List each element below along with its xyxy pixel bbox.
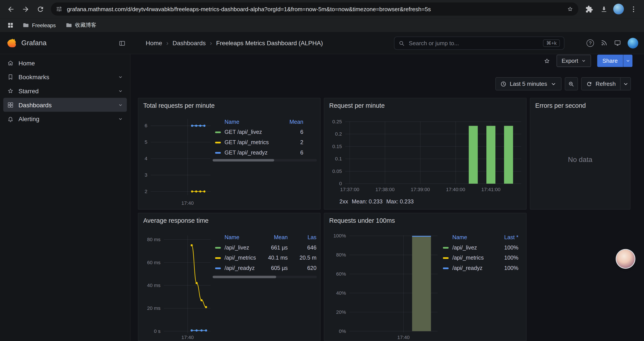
browser-profile-avatar[interactable]	[611, 2, 626, 16]
scrollbar-thumb[interactable]	[212, 276, 276, 278]
grid-icon	[7, 101, 14, 108]
series-point	[204, 125, 206, 127]
bookmark-folder-freeleaps[interactable]: Freeleaps	[19, 20, 60, 31]
legend-header-name[interactable]: Name	[215, 119, 278, 125]
series-point	[195, 190, 197, 193]
legend-row: /api/_metrics100%	[440, 253, 518, 263]
grafana-header: Grafana Home › Dashboards › Freeleaps Me…	[0, 32, 644, 54]
chevron-down-icon[interactable]	[118, 102, 123, 107]
panel-title[interactable]: Average response time	[138, 213, 320, 225]
series-mean-text: 40.1 ms	[268, 255, 288, 261]
sync-icon	[586, 81, 592, 87]
panel-title[interactable]: Request per minute	[324, 98, 526, 110]
series-point	[205, 329, 207, 331]
chevron-down-icon[interactable]	[118, 74, 123, 80]
series-label[interactable]: GET /api/_livez	[215, 129, 278, 135]
reload-button[interactable]	[33, 2, 48, 16]
reload-icon	[36, 5, 44, 13]
sidebar-item-starred[interactable]: Starred	[3, 84, 127, 98]
export-button[interactable]: Export	[556, 55, 591, 67]
bell-icon	[7, 115, 14, 122]
share-menu-caret[interactable]	[623, 55, 632, 67]
sidebar-item-home[interactable]: Home	[3, 56, 127, 70]
tick-label: 20%	[336, 309, 346, 315]
tick-label: 17:40	[182, 335, 194, 340]
panel-title[interactable]: Requests under 100ms	[324, 213, 526, 225]
series-mean: 605 µs	[265, 265, 288, 271]
help-icon[interactable]: ?	[586, 39, 594, 47]
grafana-logo-link[interactable]: Grafana	[6, 32, 46, 54]
zoom-out-button[interactable]	[565, 77, 578, 90]
panel-title[interactable]: Errors per second	[530, 98, 630, 110]
chevron-down-icon[interactable]	[118, 88, 123, 94]
chevron-down-icon[interactable]	[118, 116, 123, 121]
legend-header-name[interactable]: Name	[443, 234, 492, 240]
display-icon[interactable]	[614, 40, 621, 47]
series-max: Max: 0.233	[386, 198, 414, 204]
downloads-icon[interactable]	[596, 2, 611, 16]
series-point	[196, 329, 198, 331]
time-range-picker[interactable]: Last 5 minutes	[496, 77, 562, 90]
tick-label: 4	[145, 156, 148, 161]
series-point	[191, 329, 193, 331]
share-button[interactable]: Share	[597, 55, 623, 67]
dock-menu-icon[interactable]	[116, 37, 128, 49]
legend-header-mean[interactable]: Mean	[278, 119, 303, 125]
series-last: 100%	[492, 255, 518, 261]
series-last-text: 646	[307, 244, 316, 251]
refresh-group: Refresh	[581, 77, 631, 90]
tick-label: 3	[145, 172, 148, 178]
favorite-star-icon[interactable]	[544, 57, 550, 64]
series-label[interactable]: /api/_readyz	[443, 265, 492, 271]
bookmark-star-icon[interactable]	[567, 6, 574, 12]
legend-header-last[interactable]: Last *	[492, 234, 518, 240]
series-label[interactable]: /api/_metrics	[443, 255, 492, 261]
series-point	[204, 190, 206, 193]
breadcrumb-current: Freeleaps Metrics Dashboard (ALPHA)	[216, 40, 323, 47]
scrollbar-thumb[interactable]	[212, 159, 274, 162]
series-label[interactable]: /api/_livez	[215, 244, 265, 251]
sidebar-item-alerting[interactable]: Alerting	[3, 112, 127, 126]
panel-total-requests-per-minute: Total requests per minute 6543217:40 Nam…	[138, 98, 320, 210]
legend-table: NameMeanLas/api/_livez661 µs646/api/_met…	[212, 232, 316, 273]
series-label[interactable]: GET /api/_metrics	[215, 139, 278, 146]
breadcrumb-dashboards[interactable]: Dashboards	[172, 40, 206, 47]
forward-button[interactable]	[18, 2, 33, 16]
series-label[interactable]: /api/_livez	[443, 244, 492, 251]
series-label[interactable]: /api/_metrics	[215, 255, 265, 261]
legend-header-name[interactable]: Name	[215, 234, 265, 240]
url-input[interactable]	[66, 5, 563, 13]
tick-label: 0.25	[332, 119, 342, 124]
address-bar[interactable]	[51, 3, 578, 16]
bar	[469, 126, 478, 184]
bookmarks-bar: Freeleaps 收藏博客	[0, 18, 644, 32]
refresh-interval-caret[interactable]	[620, 77, 631, 90]
brand-text: Grafana	[21, 39, 46, 47]
sidebar-item-dashboards[interactable]: Dashboards	[3, 98, 127, 112]
panel-title[interactable]: Total requests per minute	[138, 98, 320, 110]
search-box[interactable]: ⌘+k	[394, 37, 564, 50]
series-label[interactable]: GET /api/_readyz	[215, 150, 278, 156]
user-avatar[interactable]	[628, 38, 638, 48]
browser-menu-icon[interactable]	[626, 2, 641, 16]
bookmark-folder-blogs[interactable]: 收藏博客	[62, 20, 100, 31]
tick-label: 17:37:00	[340, 187, 359, 192]
search-input[interactable]	[408, 40, 540, 47]
site-controls-icon[interactable]	[56, 6, 62, 12]
legend-row: /api/_livez661 µs646	[212, 242, 316, 253]
extensions-icon[interactable]	[582, 2, 596, 16]
series-label[interactable]: 2xx	[340, 198, 348, 204]
legend-header-last[interactable]: Las	[288, 234, 316, 240]
series-label[interactable]: /api/_readyz	[215, 265, 265, 271]
series-swatch	[443, 247, 448, 248]
legend-row: GET /api/_livez6	[212, 127, 303, 137]
rss-icon[interactable]	[600, 40, 608, 47]
sidebar-item-bookmarks[interactable]: Bookmarks	[3, 70, 127, 84]
avatar	[613, 4, 624, 15]
refresh-button[interactable]: Refresh	[581, 77, 620, 90]
apps-grid-icon[interactable]	[4, 19, 16, 31]
back-button[interactable]	[3, 2, 18, 16]
legend-header-mean[interactable]: Mean	[265, 234, 288, 240]
floating-avatar[interactable]	[616, 250, 634, 268]
breadcrumb-home[interactable]: Home	[146, 40, 162, 47]
